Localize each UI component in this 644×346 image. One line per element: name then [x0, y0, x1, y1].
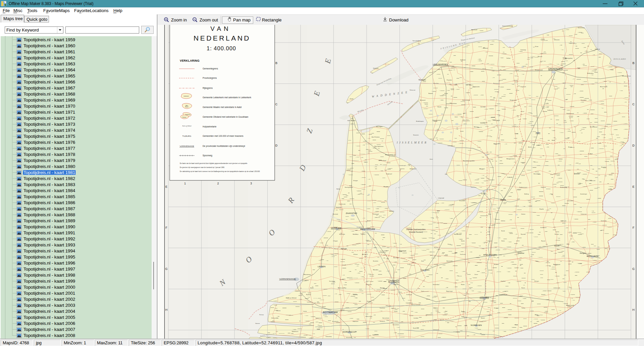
svg-text:Enkhuizen: Enkhuizen	[410, 168, 417, 170]
svg-text:Ermelo: Ermelo	[461, 240, 465, 242]
svg-text:Ootmarsum: Ootmarsum	[581, 214, 587, 215]
svg-text:De Bilt: De Bilt	[408, 264, 411, 265]
svg-text:Hoek van Holland: Hoek van Holland	[286, 297, 297, 299]
svg-text:Voorne: Voorne	[276, 310, 281, 311]
svg-text:Sassenheim: Sassenheim	[326, 247, 331, 248]
svg-text:Coevorden: Coevorden	[567, 200, 573, 201]
svg-text:Gemeenten met 100.000 of meer: Gemeenten met 100.000 of meer inwoners	[203, 135, 244, 137]
svg-text:Papendrecht: Papendrecht	[373, 334, 379, 336]
svg-text:Almelo: Almelo	[554, 245, 559, 247]
svg-text:Wierden: Wierden	[555, 234, 559, 235]
svg-text:Zeist: Zeist	[421, 261, 424, 262]
svg-text:Eibergen: Eibergen	[534, 281, 539, 282]
svg-text:Goeree: Goeree	[255, 323, 260, 324]
svg-text:Anna Paulowna: Anna Paulowna	[372, 136, 380, 138]
svg-text:Wassenaar: Wassenaar	[304, 274, 311, 275]
svg-text:Doorn: Doorn	[421, 291, 424, 292]
svg-text:Joure: Joure	[454, 116, 458, 118]
svg-text:Dedemsvaart: Dedemsvaart	[519, 187, 527, 188]
svg-text:Hellevoetsluis: Hellevoetsluis	[271, 318, 279, 319]
svg-text:Veenendaal: Veenendaal	[433, 284, 439, 285]
svg-text:'sGRAVENHAGE: 'sGRAVENHAGE	[279, 278, 296, 280]
svg-text:Appingedam: Appingedam	[565, 58, 573, 59]
svg-text:Maasland: Maasland	[320, 299, 324, 300]
svg-text:Hengelo: Hengelo	[580, 252, 586, 254]
svg-text:Spijkenisse: Spijkenisse	[316, 318, 322, 319]
svg-text:Denekamp: Denekamp	[601, 220, 607, 222]
svg-text:Hoorn: Hoorn	[384, 186, 388, 187]
svg-text:D: D	[632, 144, 635, 147]
svg-text:Brummen: Brummen	[494, 264, 499, 265]
svg-text:Putten: Putten	[448, 244, 451, 245]
svg-text:Woubrugge: Woubrugge	[353, 278, 358, 279]
svg-text:Zutphen: Zutphen	[501, 281, 506, 282]
svg-text:Alphen a/d Rijn: Alphen a/d Rijn	[338, 287, 346, 289]
svg-text:Loppersum: Loppersum	[569, 43, 575, 44]
svg-text:Aalsmeer: Aalsmeer	[367, 240, 371, 242]
svg-text:Dieren: Dieren	[475, 274, 478, 275]
svg-text:Heemstede: Heemstede	[339, 234, 345, 235]
svg-text:Woldendorp: Woldendorp	[587, 73, 593, 74]
svg-text:Epe: Epe	[489, 227, 491, 228]
svg-text:Leusden: Leusden	[434, 264, 438, 265]
svg-text:Woerden: Woerden	[373, 269, 378, 271]
svg-text:Beilen: Beilen	[528, 147, 532, 148]
svg-text:Hindeloopen: Hindeloopen	[416, 121, 424, 122]
svg-text:Hoofddorp: Hoofddorp	[353, 234, 359, 235]
svg-text:Zevenaar: Zevenaar	[494, 307, 499, 309]
svg-text:Heiloo: Heiloo	[336, 188, 340, 190]
svg-text:Didam: Didam	[508, 314, 512, 315]
svg-text:Elspeet: Elspeet	[475, 234, 478, 235]
svg-text:Bodegraven: Bodegraven	[366, 284, 372, 285]
svg-text:Ruurlo: Ruurlo	[522, 287, 525, 289]
svg-text:Ridderkerk: Ridderkerk	[353, 321, 359, 322]
svg-text:Zuidelijke IJsselmeerpolders: Zuidelijke IJsselmeerpolders	[407, 229, 426, 230]
svg-text:Pannerden: Pannerden	[494, 325, 499, 326]
svg-text:LEIDEN: LEIDEN	[318, 266, 325, 268]
svg-text:Aalsmeer: Aalsmeer	[362, 254, 368, 255]
svg-text:Boskoop: Boskoop	[354, 294, 358, 295]
svg-text:Sliedrecht: Sliedrecht	[380, 321, 385, 322]
svg-text:Hulpsekretarie: Hulpsekretarie	[203, 125, 217, 128]
svg-text:Harderwijk: Harderwijk	[454, 233, 462, 235]
svg-text:Oostvoorne: Oostvoorne	[286, 314, 291, 315]
svg-text:Lisse: Lisse	[331, 254, 333, 255]
svg-text:Zwolle: Zwolle	[500, 198, 506, 200]
svg-text:DORDRECHT: DORDRECHT	[342, 331, 356, 333]
svg-text:Numansdorp: Numansdorp	[326, 336, 332, 337]
svg-text:Warmenhuizen: Warmenhuizen	[352, 160, 359, 161]
svg-text:Joure: Joure	[430, 159, 433, 160]
svg-text:Provinciegrens: Provinciegrens	[203, 77, 217, 79]
svg-text:APELDOORN: APELDOORN	[483, 254, 497, 256]
svg-text:Barneveld: Barneveld	[446, 261, 452, 262]
svg-text:Wognum: Wognum	[360, 194, 364, 195]
svg-text:Ottoland: Ottoland	[182, 117, 186, 118]
svg-text:Assen: Assen	[536, 132, 540, 134]
svg-text:Den Helder: Den Helder	[347, 120, 356, 121]
svg-text:Sneek: Sneek	[428, 93, 433, 94]
svg-text:Woudrichem: Woudrichem	[413, 328, 419, 329]
svg-text:Winsum: Winsum	[538, 56, 542, 57]
svg-text:Emmer-Compascuum: Emmer-Compascuum	[585, 180, 595, 181]
svg-text:Wijk bij Duurstede: Wijk bij Duurstede	[412, 304, 421, 305]
svg-text:Goor: Goor	[535, 261, 538, 262]
svg-text:1: 400.000: 1: 400.000	[207, 45, 236, 51]
svg-text:Barendrecht: Barendrecht	[332, 321, 339, 322]
svg-text:Naaldwijk: Naaldwijk	[306, 294, 311, 295]
svg-text:Lichtenvoorde: Lichtenvoorde	[553, 287, 560, 289]
svg-text:Lelystad: Lelystad	[438, 197, 444, 199]
svg-text:Stavoren: Stavoren	[413, 134, 419, 136]
svg-text:LEEUWARDEN: LEEUWARDEN	[433, 63, 448, 65]
svg-text:Heemskerk: Heemskerk	[336, 207, 342, 208]
svg-text:Deventer: Deventer	[518, 252, 525, 254]
svg-text:Rijksgrens: Rijksgrens	[203, 87, 213, 90]
svg-text:Hoogeveen: Hoogeveen	[506, 158, 515, 160]
svg-text:Gorinchem: Gorinchem	[393, 324, 399, 326]
svg-text:Holwerd: Holwerd	[483, 48, 488, 49]
svg-text:Vianen: Vianen	[394, 311, 398, 312]
svg-text:Breukelen: Breukelen	[373, 261, 378, 262]
svg-text:Ketelmeer: Ketelmeer	[471, 186, 477, 188]
svg-text:Woerden: Woerden	[380, 287, 385, 289]
svg-text:Spoorweg: Spoorweg	[203, 154, 212, 157]
svg-text:Waalre: Waalre	[185, 106, 189, 108]
